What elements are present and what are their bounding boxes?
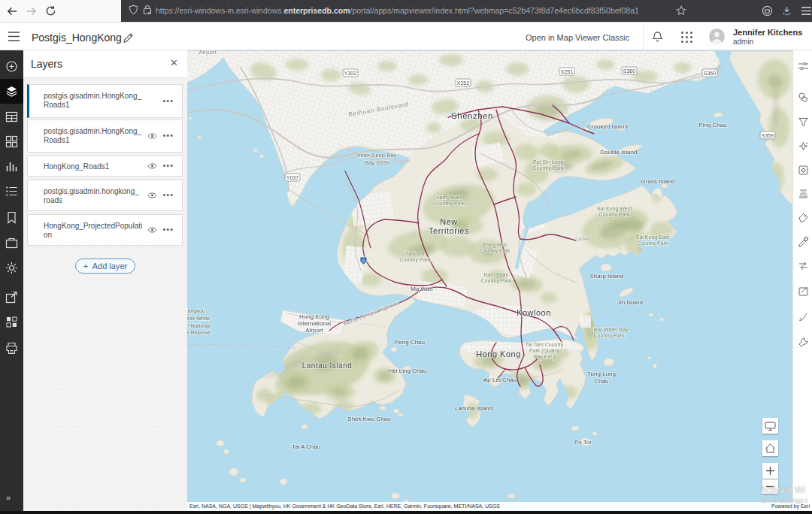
svg-text:Hei Ling Chau: Hei Ling Chau — [389, 367, 427, 374]
svg-text:Y037: Y037 — [286, 175, 298, 180]
svg-text:Sharp Island: Sharp Island — [590, 273, 624, 280]
svg-text:Hong Kong: Hong Kong — [299, 313, 329, 320]
svg-text:Peng Chau: Peng Chau — [395, 339, 425, 346]
svg-text:iangkou: iangkou — [187, 308, 205, 314]
svg-text:╲634m: ╲634m — [576, 236, 591, 242]
svg-text:Park (Quarry: Park (Quarry — [529, 348, 560, 354]
svg-text:Country Park: Country Park — [638, 240, 668, 246]
svg-text:Shenzhen: Shenzhen — [451, 111, 493, 120]
svg-text:Lantau Island: Lantau Island — [302, 361, 353, 370]
svg-text:Territories: Territories — [429, 226, 469, 235]
svg-text:ese White: ese White — [187, 316, 210, 321]
svg-text:Airport: Airport — [198, 50, 217, 56]
svg-text:e Reserve: e Reserve — [187, 330, 211, 335]
svg-text:Kam Shan: Kam Shan — [484, 272, 509, 277]
svg-text:Airport: Airport — [305, 327, 323, 334]
svg-text:S360: S360 — [623, 68, 635, 74]
svg-text:Kowloon: Kowloon — [517, 308, 551, 317]
svg-text:Tai Lam: Tai Lam — [406, 251, 425, 256]
svg-text:Ma Wan: Ma Wan — [411, 286, 433, 292]
svg-text:Jin Island: Jin Island — [617, 299, 643, 306]
svg-text:Pat Sin Leng: Pat Sin Leng — [533, 159, 563, 165]
svg-text:S359: S359 — [762, 133, 774, 138]
svg-text:Y302: Y302 — [344, 71, 356, 76]
svg-text:Shek Kwu Chau: Shek Kwu Chau — [347, 416, 390, 422]
svg-text:Grass Island: Grass Island — [641, 178, 675, 185]
svg-text:n National: n National — [187, 323, 211, 328]
svg-text:New: New — [440, 217, 458, 226]
svg-text:Inner Deep Bay: Inner Deep Bay — [357, 152, 396, 159]
svg-text:Country Park: Country Park — [435, 201, 465, 207]
svg-text:X251: X251 — [561, 69, 573, 74]
svg-text:Clear Water Bay: Clear Water Bay — [589, 327, 629, 333]
svg-text:Hong Kong: Hong Kong — [476, 349, 521, 358]
svg-text:Bay Ext.): Bay Ext.) — [534, 354, 555, 360]
svg-text:Sai Kung West: Sai Kung West — [597, 206, 632, 212]
svg-text:Chau: Chau — [594, 378, 608, 385]
svg-text:Tai Tam Country: Tai Tam Country — [526, 342, 564, 348]
svg-text:Tung Lung: Tung Lung — [587, 370, 616, 377]
svg-text:Shing Mun: Shing Mun — [482, 242, 508, 248]
svg-text:Bay SSSI: Bay SSSI — [365, 159, 389, 166]
svg-text:Double Island: Double Island — [601, 149, 638, 156]
svg-text:S360: S360 — [704, 71, 716, 76]
svg-text:International: International — [298, 320, 331, 327]
svg-text:Ping Chau: Ping Chau — [698, 122, 726, 128]
svg-text:Lam Tsuen: Lam Tsuen — [437, 195, 462, 200]
svg-text:Sai Kung East: Sai Kung East — [636, 234, 669, 240]
svg-text:Country Park: Country Park — [594, 333, 625, 339]
svg-text:Crooked Island: Crooked Island — [587, 123, 628, 130]
svg-text:Country Park: Country Park — [480, 248, 511, 254]
svg-text:Lamma Island: Lamma Island — [455, 405, 492, 412]
svg-text:Country Park: Country Park — [400, 257, 431, 263]
svg-text:Country Park: Country Park — [533, 165, 564, 171]
svg-text:Ap Lei Chau: Ap Lei Chau — [483, 376, 517, 383]
svg-text:Po Toi: Po Toi — [574, 439, 591, 446]
svg-text:X252: X252 — [457, 80, 469, 86]
svg-text:Country Park: Country Park — [481, 278, 512, 284]
svg-text:Tai A Chau: Tai A Chau — [292, 443, 320, 450]
svg-text:Country Park: Country Park — [599, 212, 630, 218]
